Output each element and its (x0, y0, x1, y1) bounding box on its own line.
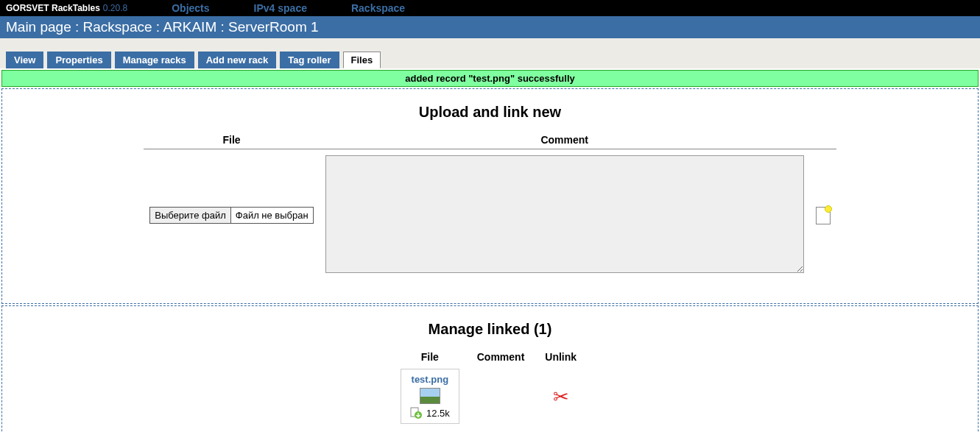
file-size: 12.5k (426, 408, 450, 419)
upload-title: Upload and link new (5, 104, 975, 121)
manage-linked-panel: Manage linked (1) File Comment Unlink te… (1, 305, 979, 432)
tab-files[interactable]: Files (343, 52, 381, 68)
tab-properties[interactable]: Properties (47, 52, 110, 68)
breadcrumb-room[interactable]: ServerRoom 1 (228, 19, 319, 35)
nav-rackspace[interactable]: Rackspace (351, 2, 405, 14)
file-link[interactable]: test.png (412, 374, 449, 385)
manage-linked-title: Manage linked (1) (5, 321, 975, 338)
breadcrumb-rackspace[interactable]: Rackspace (83, 19, 152, 35)
upload-col-file: File (144, 131, 319, 149)
top-nav: Objects IPv4 space Rackspace (172, 2, 449, 14)
tab-view[interactable]: View (6, 52, 43, 68)
nav-objects[interactable]: Objects (172, 2, 209, 14)
breadcrumb: Main page : Rackspace : ARKAIM : ServerR… (0, 16, 980, 38)
table-row: test.png 12.5k ✂ (393, 366, 587, 427)
file-chosen-status: Файл не выбран (231, 207, 314, 224)
tab-tag-roller[interactable]: Tag roller (280, 52, 339, 68)
app-name: GORSVET RackTables (6, 3, 100, 13)
file-cell: test.png 12.5k (401, 369, 459, 424)
success-message: added record "test.png" successfully (1, 70, 979, 87)
create-icon[interactable] (816, 207, 831, 224)
linked-col-unlink: Unlink (535, 348, 587, 366)
nav-ipv4-space[interactable]: IPv4 space (254, 2, 307, 14)
breadcrumb-main[interactable]: Main page (6, 19, 71, 35)
top-bar: GORSVET RackTables 0.20.8 Objects IPv4 s… (0, 0, 980, 16)
tabs-bar: View Properties Manage racks Add new rac… (0, 38, 980, 68)
linked-col-file: File (393, 348, 467, 366)
tab-add-new-rack[interactable]: Add new rack (198, 52, 277, 68)
linked-col-comment: Comment (467, 348, 535, 366)
tab-manage-racks[interactable]: Manage racks (115, 52, 194, 68)
upload-col-comment: Comment (320, 131, 810, 149)
upload-panel: Upload and link new File Comment Выберит… (1, 88, 979, 304)
breadcrumb-arkaim[interactable]: ARKAIM (163, 19, 216, 35)
thumbnail-icon[interactable] (420, 388, 440, 404)
download-icon[interactable] (410, 407, 422, 419)
comment-textarea[interactable] (325, 155, 804, 273)
unlink-scissors-icon[interactable]: ✂ (553, 386, 569, 408)
app-version: 0.20.8 (103, 3, 127, 13)
choose-file-button[interactable]: Выберите файл (149, 207, 230, 224)
